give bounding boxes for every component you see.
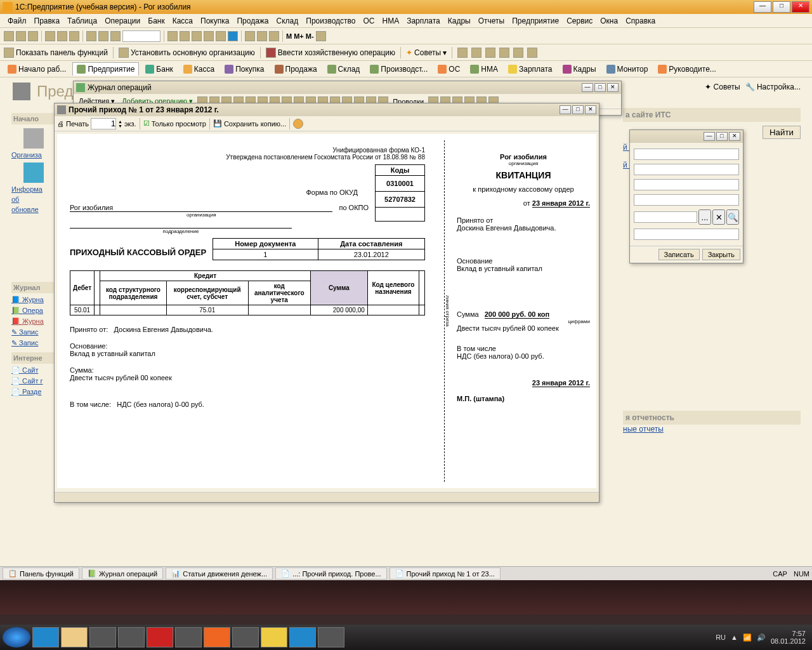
menu-service[interactable]: Сервис <box>563 15 596 27</box>
tab-os[interactable]: ОС <box>434 63 464 76</box>
twin-receipt-print[interactable]: 📄Прочий приход № 1 от 23... <box>390 567 501 580</box>
tb-icon[interactable] <box>269 31 279 41</box>
tb-icon[interactable] <box>167 31 178 41</box>
taskbar-app-icon[interactable] <box>147 627 173 647</box>
dlg-field-1[interactable] <box>634 149 739 160</box>
tray-flag-icon[interactable]: ▲ <box>731 633 738 641</box>
tb-icon[interactable] <box>245 31 255 41</box>
dw-close[interactable]: ✕ <box>585 105 596 114</box>
menu-salary[interactable]: Зарплата <box>403 15 444 27</box>
tb-icon[interactable] <box>513 48 523 58</box>
link-info2[interactable]: об <box>11 196 56 203</box>
menu-help[interactable]: Справка <box>622 15 659 27</box>
tab-stock[interactable]: Склад <box>324 63 364 76</box>
tb-icon[interactable] <box>192 31 202 41</box>
menu-prod[interactable]: Производство <box>302 15 359 27</box>
copies-up[interactable]: ▲ <box>118 119 122 124</box>
link-site3[interactable]: 📄 Разде <box>11 388 56 396</box>
tray-lang[interactable]: RU <box>716 633 726 641</box>
dlg-search-button[interactable]: 🔍 <box>726 209 739 225</box>
minimize-button[interactable]: — <box>754 1 771 13</box>
tb-icon[interactable] <box>180 31 190 41</box>
tab-sell[interactable]: Продажа <box>271 63 321 76</box>
menu-os[interactable]: ОС <box>360 15 379 27</box>
taskbar-app-icon[interactable] <box>89 627 116 647</box>
tips-link[interactable]: ✦ Советы <box>705 83 740 91</box>
dlg-field-6[interactable] <box>634 229 739 240</box>
menu-nma[interactable]: НМА <box>379 15 403 27</box>
twin-receipt-doc[interactable]: 📄...: Прочий приход. Прове... <box>275 567 386 580</box>
redo-icon[interactable] <box>98 31 108 41</box>
taskbar-app-icon[interactable] <box>118 627 145 647</box>
twin-articles[interactable]: 📊Статьи движения денеж... <box>166 567 273 580</box>
tb-icon[interactable] <box>485 48 495 58</box>
write-button[interactable]: Записать <box>658 249 700 260</box>
tb-icon[interactable] <box>257 31 267 41</box>
open-icon[interactable] <box>16 31 26 41</box>
link-site2[interactable]: 📄 Сайт г <box>11 377 56 385</box>
twin-journal[interactable]: 📗Журнал операций <box>82 567 163 580</box>
taskbar-app-icon[interactable] <box>318 627 344 647</box>
dlg-field-4[interactable] <box>634 194 739 206</box>
scrollbar-horizontal[interactable] <box>55 492 599 502</box>
calc-icon[interactable] <box>316 31 326 41</box>
copies-down[interactable]: ▼ <box>118 124 122 128</box>
paste-icon[interactable] <box>69 31 79 41</box>
dlg-close[interactable]: ✕ <box>729 132 740 141</box>
tab-nma[interactable]: НМА <box>466 63 502 76</box>
show-panel-button[interactable]: Показать панель функций <box>4 48 108 58</box>
link-journal5[interactable]: ✎ Запис <box>11 339 56 347</box>
dlg-clear-button[interactable]: ✕ <box>712 209 725 225</box>
menu-table[interactable]: Таблица <box>63 15 101 27</box>
maximize-button[interactable]: □ <box>773 1 790 13</box>
enter-op-button[interactable]: Ввести хозяйственную операцию <box>266 48 395 58</box>
tab-manager[interactable]: Руководите... <box>654 63 719 76</box>
menu-cash[interactable]: Касса <box>169 15 197 27</box>
set-org-button[interactable]: Установить основную организацию <box>119 48 255 58</box>
menu-stock[interactable]: Склад <box>273 15 303 27</box>
tray-time[interactable]: 7:57 <box>771 630 806 637</box>
dlg-maximize[interactable]: □ <box>716 132 728 141</box>
link-journal4[interactable]: ✎ Запис <box>11 328 56 336</box>
doc-title[interactable]: Прочий приход № 1 от 23 января 2012 г. —… <box>55 103 599 116</box>
menu-ops[interactable]: Операции <box>101 15 144 27</box>
jw-maximize[interactable]: □ <box>594 83 606 92</box>
tb-icon[interactable] <box>499 48 509 58</box>
tab-prod[interactable]: Производст... <box>366 63 431 76</box>
menu-bank[interactable]: Банк <box>144 15 168 27</box>
menu-edit[interactable]: Правка <box>30 15 64 27</box>
link-reports[interactable]: ные отчеты <box>623 425 664 434</box>
taskbar-app-icon[interactable] <box>175 627 202 647</box>
settings-link[interactable]: 🔧 Настройка... <box>745 83 801 91</box>
help-icon[interactable] <box>228 31 238 41</box>
dlg-field-3[interactable] <box>634 179 739 190</box>
tb-icon[interactable] <box>457 48 468 58</box>
menu-hr[interactable]: Кадры <box>444 15 475 27</box>
close-button[interactable]: Закрыть <box>702 249 740 260</box>
tab-salary[interactable]: Зарплата <box>504 63 556 76</box>
link-org[interactable]: Организа <box>11 151 56 159</box>
menu-company[interactable]: Предприятие <box>508 15 563 27</box>
link-journal3[interactable]: 📕 Журна <box>11 317 56 326</box>
find-button[interactable]: Найти <box>763 126 801 139</box>
save-copy-button[interactable]: 💾Сохранить копию... <box>213 119 286 128</box>
link-journal2[interactable]: 📗 Опера <box>11 307 56 315</box>
jw-close[interactable]: ✕ <box>607 83 619 92</box>
undo-icon[interactable] <box>86 31 96 41</box>
tab-buy[interactable]: Покупка <box>221 63 268 76</box>
tray-network-icon[interactable]: 📶 <box>743 633 752 642</box>
copies-input[interactable] <box>91 118 116 129</box>
tab-company[interactable]: Предприятие <box>72 62 139 76</box>
tb-icon[interactable] <box>204 31 214 41</box>
tips-button[interactable]: ✦Советы▾ <box>406 48 447 57</box>
jw-minimize[interactable]: — <box>582 83 593 92</box>
start-button[interactable] <box>3 627 30 647</box>
tb-icon[interactable] <box>216 31 226 41</box>
dlg-field-2[interactable] <box>634 164 739 175</box>
dlg-more-button[interactable]: ... <box>698 209 711 225</box>
menu-sell[interactable]: Продажа <box>233 15 272 27</box>
tab-cash[interactable]: Касса <box>180 63 218 76</box>
tray-volume-icon[interactable]: 🔊 <box>757 633 766 642</box>
tab-start[interactable]: Начало раб... <box>4 63 70 76</box>
dlg-field-5[interactable] <box>634 211 697 223</box>
